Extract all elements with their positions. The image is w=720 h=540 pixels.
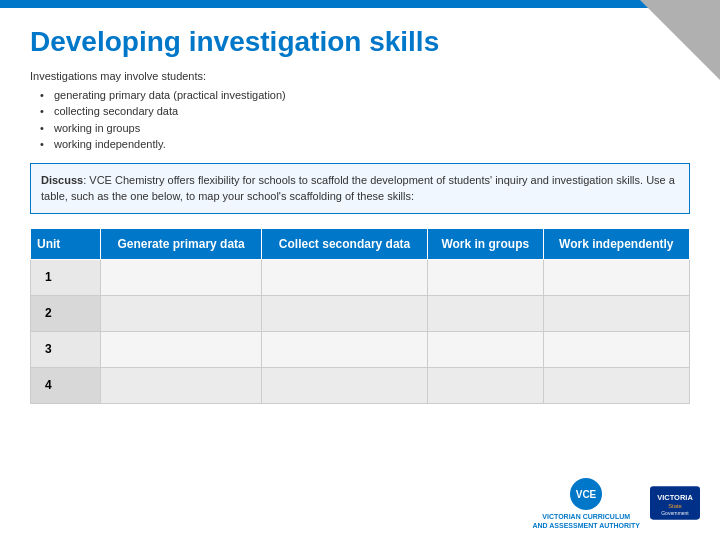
- vic-logo: VICTORIA State Government: [650, 485, 700, 521]
- collect-cell-2: [262, 295, 428, 331]
- intro-section: Investigations may involve students: gen…: [30, 68, 690, 153]
- groups-cell-4: [427, 367, 543, 403]
- discuss-text: : VCE Chemistry offers flexibility for s…: [41, 174, 675, 203]
- footer-logos: VCE VICTORIAN CURRICULUMAND ASSESSMENT A…: [532, 476, 700, 530]
- unit-cell-1: 1: [31, 259, 101, 295]
- collect-cell-3: [262, 331, 428, 367]
- generate-cell-4: [101, 367, 262, 403]
- unit-cell-2: 2: [31, 295, 101, 331]
- table-row: 4: [31, 367, 690, 403]
- groups-cell-2: [427, 295, 543, 331]
- bullet-item-2: collecting secondary data: [40, 103, 690, 120]
- col-header-unit: Unit: [31, 228, 101, 259]
- col-header-collect: Collect secondary data: [262, 228, 428, 259]
- independent-cell-3: [543, 331, 689, 367]
- groups-cell-3: [427, 331, 543, 367]
- table-row: 1: [31, 259, 690, 295]
- discuss-box: Discuss: VCE Chemistry offers flexibilit…: [30, 163, 690, 214]
- collect-cell-1: [262, 259, 428, 295]
- vcaa-logo: VCE VICTORIAN CURRICULUMAND ASSESSMENT A…: [532, 476, 640, 530]
- independent-cell-2: [543, 295, 689, 331]
- unit-cell-3: 3: [31, 331, 101, 367]
- groups-cell-1: [427, 259, 543, 295]
- col-header-groups: Work in groups: [427, 228, 543, 259]
- main-content: Developing investigation skills Investig…: [0, 8, 720, 540]
- bullet-list: generating primary data (practical inves…: [30, 87, 690, 153]
- discuss-label: Discuss: [41, 174, 83, 186]
- col-header-independently: Work independently: [543, 228, 689, 259]
- svg-text:VICTORIA: VICTORIA: [657, 493, 693, 502]
- independent-cell-1: [543, 259, 689, 295]
- col-header-generate: Generate primary data: [101, 228, 262, 259]
- vcaa-text: VICTORIAN CURRICULUMAND ASSESSMENT AUTHO…: [532, 512, 640, 530]
- independent-cell-4: [543, 367, 689, 403]
- page-title: Developing investigation skills: [30, 26, 690, 58]
- table-header-row: Unit Generate primary data Collect secon…: [31, 228, 690, 259]
- svg-text:VCE: VCE: [576, 489, 597, 500]
- unit-cell-4: 4: [31, 367, 101, 403]
- generate-cell-3: [101, 331, 262, 367]
- skills-table: Unit Generate primary data Collect secon…: [30, 228, 690, 404]
- svg-text:Government: Government: [661, 510, 689, 516]
- bullet-item-4: working independently.: [40, 136, 690, 153]
- vcaa-logo-icon: VCE: [568, 476, 604, 512]
- generate-cell-1: [101, 259, 262, 295]
- table-row: 2: [31, 295, 690, 331]
- intro-label: Investigations may involve students:: [30, 68, 690, 85]
- top-bar: [0, 0, 720, 8]
- vic-logo-icon: VICTORIA State Government: [650, 485, 700, 521]
- bullet-item-3: working in groups: [40, 120, 690, 137]
- generate-cell-2: [101, 295, 262, 331]
- svg-text:State: State: [668, 503, 682, 509]
- bullet-item-1: generating primary data (practical inves…: [40, 87, 690, 104]
- collect-cell-4: [262, 367, 428, 403]
- table-row: 3: [31, 331, 690, 367]
